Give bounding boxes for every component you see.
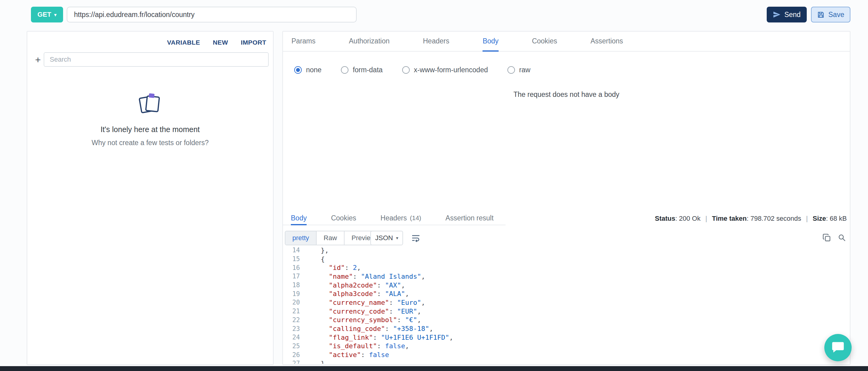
code-token: , xyxy=(405,342,409,350)
chat-widget-button[interactable] xyxy=(824,334,851,361)
response-meta: Status: 200 Ok|Time taken: 798.702 secon… xyxy=(655,212,847,225)
view-mode-pretty[interactable]: pretty xyxy=(285,231,317,245)
tab-cookies[interactable]: Cookies xyxy=(532,32,557,52)
meta-label: Size xyxy=(812,215,826,222)
code-token xyxy=(313,273,329,280)
code-token xyxy=(313,308,329,315)
code-token xyxy=(313,264,329,272)
search-input[interactable] xyxy=(44,52,269,67)
body-mode-label: x-www-form-urlencoded xyxy=(414,66,488,74)
sidebar-link-variable[interactable]: VARIABLE xyxy=(167,39,200,46)
bottom-scrollbar[interactable] xyxy=(0,366,868,371)
meta-value: : 798.702 seconds xyxy=(747,215,801,222)
line-number: 17 xyxy=(283,273,300,280)
chevron-down-icon: ▾ xyxy=(396,235,399,241)
tab-body[interactable]: Body xyxy=(483,32,498,52)
code-token: , xyxy=(421,273,425,280)
empty-body-message: The request does not have a body xyxy=(283,90,850,99)
tab-headers[interactable]: Headers xyxy=(423,32,450,52)
code-token: , xyxy=(449,334,453,341)
tab-authorization[interactable]: Authorization xyxy=(349,32,390,52)
url-input[interactable] xyxy=(67,7,356,23)
add-button[interactable]: + xyxy=(32,54,44,65)
line-number: 15 xyxy=(283,255,300,263)
line-number: 20 xyxy=(283,299,300,306)
tab-params[interactable]: Params xyxy=(291,32,315,52)
code-text: "active": false xyxy=(300,351,389,359)
code-token xyxy=(313,325,329,333)
request-response-panel: ParamsAuthorizationHeadersBodyCookiesAss… xyxy=(282,31,850,365)
code-token: "alpha2code" xyxy=(329,281,377,289)
empty-title: It's lonely here at the moment xyxy=(27,125,273,134)
code-token: : xyxy=(353,273,361,280)
body-mode-label: none xyxy=(306,66,321,74)
tab-assertions[interactable]: Assertions xyxy=(590,32,623,52)
code-text: "id": 2, xyxy=(300,264,361,272)
response-tab-headers[interactable]: Headers(14) xyxy=(381,212,421,225)
code-line: 23 "calling_code": "+358-18", xyxy=(283,324,848,333)
code-token xyxy=(313,342,329,350)
meta-label: Status xyxy=(655,215,675,222)
method-dropdown[interactable]: GET ▾ xyxy=(31,7,63,23)
collections-sidebar: VARIABLENEWIMPORT + It's lonely here at … xyxy=(27,31,274,365)
meta-value: : 200 Ok xyxy=(675,215,701,222)
save-button[interactable]: Save xyxy=(811,7,850,23)
code-token: "alpha3code" xyxy=(329,290,377,297)
body-mode-none[interactable]: none xyxy=(294,66,321,74)
code-token: "currency_name" xyxy=(329,299,389,306)
line-number: 18 xyxy=(283,281,300,289)
code-token: "is_default" xyxy=(329,342,377,350)
radio-icon xyxy=(402,66,410,74)
code-token: , xyxy=(417,316,421,324)
code-text: "is_default": false, xyxy=(300,342,409,350)
response-tabs: BodyCookiesHeaders(14)Assertion result xyxy=(283,212,505,225)
response-tab-assertion-result[interactable]: Assertion result xyxy=(445,212,494,225)
response-tab-body[interactable]: Body xyxy=(291,212,307,225)
headers-count: (14) xyxy=(410,215,421,222)
body-mode-raw[interactable]: raw xyxy=(507,66,530,74)
code-token: "ALA" xyxy=(385,290,405,297)
send-button[interactable]: Send xyxy=(767,7,807,23)
code-token: { xyxy=(313,255,325,263)
line-number: 14 xyxy=(283,247,300,254)
save-icon xyxy=(817,11,825,19)
body-mode-options: noneform-datax-www-form-urlencodedraw xyxy=(294,62,530,77)
chat-icon xyxy=(831,340,845,355)
code-token xyxy=(313,316,329,324)
method-label: GET xyxy=(38,11,51,19)
code-token: "name" xyxy=(329,273,353,280)
code-token: "€" xyxy=(405,316,417,324)
wrap-text-icon xyxy=(411,233,421,243)
body-mode-x-www-form-urlencoded[interactable]: x-www-form-urlencoded xyxy=(402,66,488,74)
code-token xyxy=(313,351,329,359)
code-token: , xyxy=(417,308,421,315)
wrap-text-button[interactable] xyxy=(410,233,421,244)
body-mode-form-data[interactable]: form-data xyxy=(341,66,382,74)
code-text: "calling_code": "+358-18", xyxy=(300,325,433,333)
code-token: , xyxy=(421,299,425,306)
code-token: "flag_link" xyxy=(329,334,373,341)
radio-icon xyxy=(507,66,515,74)
code-text: "alpha3code": "ALA", xyxy=(300,290,409,297)
copy-button[interactable] xyxy=(822,233,832,243)
meta-separator: | xyxy=(706,215,707,223)
code-token: : xyxy=(377,281,385,289)
code-token: : xyxy=(397,316,405,324)
response-tab-cookies[interactable]: Cookies xyxy=(331,212,356,225)
format-dropdown[interactable]: JSON ▾ xyxy=(370,231,403,245)
sidebar-link-new[interactable]: NEW xyxy=(213,39,228,46)
code-token: , xyxy=(357,264,361,272)
format-label: JSON xyxy=(375,234,393,242)
code-token: "Euro" xyxy=(397,299,421,306)
code-line: 14 }, xyxy=(283,246,848,255)
code-token: "currency_code" xyxy=(329,308,389,315)
search-response-button[interactable] xyxy=(837,233,847,243)
code-token: , xyxy=(405,290,409,297)
code-token xyxy=(313,299,329,306)
code-text: } xyxy=(300,360,325,364)
view-mode-raw[interactable]: Raw xyxy=(317,231,344,245)
chevron-down-icon: ▾ xyxy=(54,12,57,17)
body-mode-label: raw xyxy=(519,66,530,74)
code-token: : xyxy=(377,342,385,350)
sidebar-link-import[interactable]: IMPORT xyxy=(241,39,266,46)
